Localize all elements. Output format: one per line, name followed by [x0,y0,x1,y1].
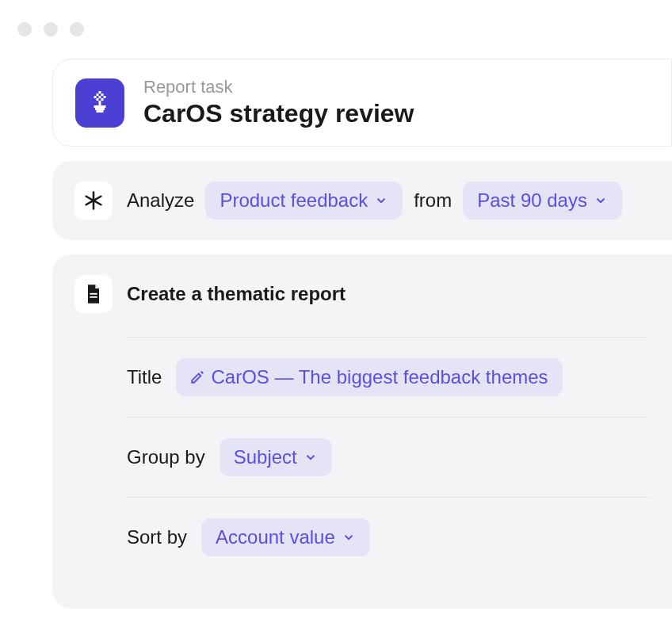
pencil-icon [190,370,204,384]
window-controls [0,0,672,59]
title-field-row: Title CarOS — The biggest feedback theme… [127,338,650,417]
svg-rect-12 [97,110,104,113]
svg-rect-8 [99,101,101,103]
group-by-label: Group by [127,446,205,468]
chevron-down-icon [342,530,356,544]
report-task-card: Report task CarOS strategy review [52,59,672,147]
svg-rect-2 [101,94,104,96]
report-card: Create a thematic report Title CarOS — T… [52,254,672,609]
analyze-label: Analyze [127,189,194,212]
header-subtitle: Report task [143,77,414,97]
sort-by-chip[interactable]: Account value [201,518,370,556]
title-chip[interactable]: CarOS — The biggest feedback themes [176,358,562,396]
title-label: Title [127,366,162,388]
feedback-chip[interactable]: Product feedback [205,181,403,220]
report-header-row: Create a thematic report [74,275,650,313]
from-label: from [414,189,452,212]
group-by-value: Subject [234,446,297,468]
plant-pixel-icon [86,89,114,117]
window-dot[interactable] [44,22,58,36]
header-title: CarOS strategy review [143,99,414,128]
range-chip[interactable]: Past 90 days [463,181,622,220]
report-heading: Create a thematic report [127,283,346,305]
analyze-row: Analyze Product feedback from Past 90 da… [127,181,622,220]
asterisk-icon [82,189,105,212]
analyze-card: Analyze Product feedback from Past 90 da… [52,161,672,240]
svg-rect-0 [99,91,101,94]
analyze-icon-box [74,181,113,220]
range-chip-label: Past 90 days [477,189,587,212]
svg-rect-1 [97,94,99,96]
svg-rect-17 [90,296,97,298]
header-text: Report task CarOS strategy review [143,77,414,128]
feedback-chip-label: Product feedback [220,189,368,212]
svg-rect-7 [101,98,104,101]
title-value: CarOS — The biggest feedback themes [211,366,548,388]
report-icon-box [74,275,113,313]
svg-rect-4 [99,96,101,98]
svg-rect-10 [94,105,106,108]
chevron-down-icon [594,193,608,208]
app-icon [75,78,124,128]
window-dot[interactable] [17,22,32,36]
group-by-chip[interactable]: Subject [220,438,332,476]
chevron-down-icon [304,450,318,464]
chevron-down-icon [374,193,388,208]
sort-by-field-row: Sort by Account value [127,498,650,577]
svg-rect-5 [104,96,106,98]
group-by-field-row: Group by Subject [127,418,650,497]
svg-rect-6 [97,98,99,101]
sort-by-value: Account value [216,526,335,548]
svg-rect-16 [90,293,97,295]
sort-by-label: Sort by [127,526,187,548]
document-icon [82,283,105,305]
svg-rect-11 [95,108,105,110]
svg-rect-9 [99,103,101,105]
svg-rect-3 [94,96,97,98]
window-dot[interactable] [70,22,84,36]
